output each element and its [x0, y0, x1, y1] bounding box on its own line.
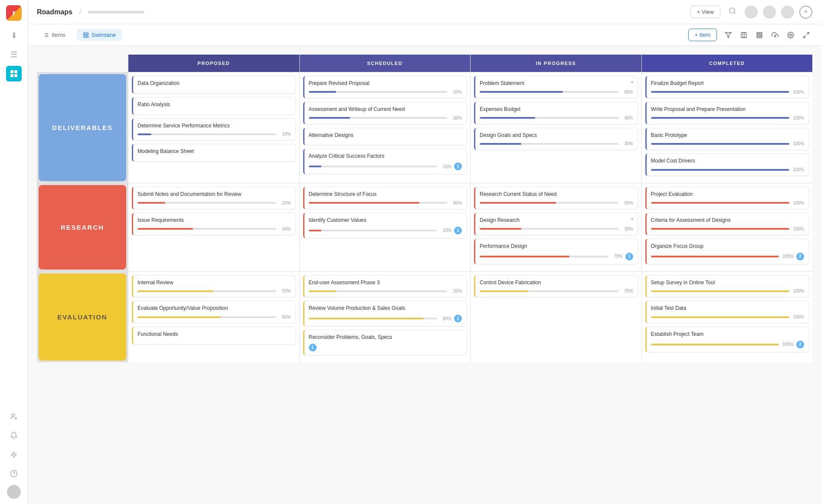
task-card[interactable]: Design Research▾30% — [474, 213, 638, 235]
sidebar-icon-bell[interactable] — [6, 428, 22, 443]
view-button[interactable]: + View — [690, 6, 720, 18]
topbar-avatar-2[interactable] — [763, 6, 776, 19]
progress-label: 100% — [792, 315, 804, 319]
swimlane-cell-research-proposed: Submit Notes and Documentation for Revie… — [128, 183, 299, 271]
progress-bar — [651, 91, 790, 93]
subtoolbar: Items Swimlane + Item — [28, 24, 821, 46]
upload-icon[interactable] — [769, 29, 781, 41]
filter-icon[interactable] — [722, 29, 734, 41]
task-name: Design Research — [480, 217, 520, 224]
topbar: Roadmaps / + View + — [28, 0, 821, 24]
task-card[interactable]: Internal Review55% — [132, 275, 296, 298]
task-card[interactable]: Problem Statement▾60% — [474, 76, 638, 98]
task-card[interactable]: Basic Prototype100% — [645, 128, 809, 150]
progress-bar — [309, 91, 448, 93]
task-card[interactable]: Design Goals and Specs30% — [474, 128, 638, 150]
progress-label: 100% — [792, 141, 804, 146]
progress-label: 100% — [792, 201, 804, 205]
task-card[interactable]: Alternative Designs — [303, 128, 467, 146]
task-card[interactable]: Analyze Critical Success Factors10%1 — [303, 149, 467, 174]
sidebar-icon-download[interactable]: ⬇ — [6, 28, 22, 43]
task-card[interactable]: End-user Assessment Phase 320% — [303, 275, 467, 298]
swimlane-cell-evaluation-completed: Setup Survey in Online Tool100%Initial T… — [642, 272, 813, 362]
task-name: Finalize Budget Report — [651, 80, 704, 87]
task-card[interactable]: Reconsider Problems, Goals, Specs1 — [303, 330, 467, 355]
task-card[interactable]: Model Cost Drivers100% — [645, 153, 809, 176]
task-name: Write Proposal and Prepare Presentation — [651, 106, 746, 113]
board-container: PROPOSEDSCHEDULEDIN PROGRESSCOMPLETEDDEL… — [28, 46, 821, 504]
task-card[interactable]: Ratio Analysis — [132, 97, 296, 115]
svg-rect-2 — [10, 74, 13, 77]
task-card[interactable]: Expenses Budget40% — [474, 102, 638, 124]
progress-bar — [480, 91, 618, 93]
task-card[interactable]: Determine Service Performance Metrics10% — [132, 118, 296, 141]
row-label-research: RESEARCH — [37, 183, 128, 271]
task-name: Performance Design — [480, 243, 527, 250]
task-name: Issue Requirements — [137, 217, 184, 224]
sidebar-icon-board[interactable] — [6, 66, 22, 81]
task-card[interactable]: Prepare Revised Proposal20% — [303, 76, 467, 98]
progress-label: 90% — [439, 316, 451, 321]
task-card[interactable]: Submit Notes and Documentation for Revie… — [132, 187, 296, 209]
task-card[interactable]: Evaluate Opportunity/Value Proposition60… — [132, 301, 296, 323]
task-badge: 1 — [454, 315, 462, 322]
task-card[interactable]: Write Proposal and Prepare Presentation1… — [645, 102, 809, 124]
task-card[interactable]: Project Evaluation100% — [645, 187, 809, 209]
progress-bar — [651, 117, 790, 119]
progress-label: 40% — [279, 227, 291, 231]
dropdown-icon[interactable]: ▾ — [631, 80, 633, 85]
settings-icon[interactable] — [785, 29, 797, 41]
task-card[interactable]: Issue Requirements40% — [132, 213, 296, 235]
sidebar-icon-help[interactable] — [6, 466, 22, 481]
task-card[interactable]: Functional Needs — [132, 327, 296, 345]
tab-swimlane[interactable]: Swimlane — [77, 29, 122, 41]
progress-bar — [137, 290, 276, 292]
task-name: Prepare Revised Proposal — [309, 80, 370, 87]
add-member-button[interactable]: + — [799, 6, 812, 19]
task-card[interactable]: Establish Project Team100%2 — [645, 327, 809, 352]
task-card[interactable]: Setup Survey in Online Tool100% — [645, 275, 809, 298]
group-icon[interactable] — [753, 29, 765, 41]
task-card[interactable]: Determine Structure of Focus80% — [303, 187, 467, 209]
corner-cell — [37, 55, 128, 72]
task-card[interactable]: Finalize Budget Report100% — [645, 76, 809, 98]
progress-label: 100% — [792, 90, 804, 94]
progress-label: 70% — [611, 254, 623, 259]
dropdown-icon[interactable]: ▾ — [631, 217, 633, 221]
task-card[interactable]: Criteria for Assessment of Designs100% — [645, 213, 809, 235]
sidebar-icon-list[interactable]: ☰ — [6, 47, 22, 62]
svg-line-32 — [804, 36, 806, 38]
progress-bar — [137, 228, 276, 230]
svg-rect-18 — [84, 33, 85, 34]
task-card[interactable]: Performance Design70%1 — [474, 239, 638, 264]
row-label-evaluation: EVALUATION — [37, 272, 128, 362]
task-card[interactable]: Identify Customer Values10%1 — [303, 213, 467, 238]
sidebar-icon-flash[interactable] — [6, 447, 22, 462]
task-card[interactable]: Control Device Fabrication35% — [474, 275, 638, 298]
task-card[interactable]: Research Current Status of Need55% — [474, 187, 638, 209]
sidebar-icon-person-add[interactable] — [6, 409, 22, 424]
task-card[interactable]: Data Organization — [132, 76, 296, 94]
add-item-button[interactable]: + Item — [688, 29, 717, 41]
tab-items[interactable]: Items — [37, 29, 72, 41]
progress-bar — [309, 117, 448, 119]
topbar-avatar-3[interactable] — [781, 6, 794, 19]
task-card[interactable]: Assessment and Writeup of Current Need30… — [303, 102, 467, 124]
progress-bar — [137, 133, 276, 135]
fullscreen-icon[interactable] — [800, 29, 812, 41]
progress-label: 40% — [621, 116, 633, 120]
progress-bar — [651, 143, 790, 145]
svg-rect-26 — [757, 33, 762, 34]
user-avatar[interactable] — [7, 485, 21, 499]
task-card[interactable]: Organize Focus Group100%2 — [645, 239, 809, 264]
progress-bar — [137, 202, 276, 204]
topbar-avatar-1[interactable] — [745, 6, 758, 19]
task-card[interactable]: Modeling Balance Sheet — [132, 144, 296, 162]
svg-rect-21 — [86, 36, 88, 37]
task-name: Ratio Analysis — [137, 101, 170, 108]
columns-icon[interactable] — [738, 29, 750, 41]
search-button[interactable] — [726, 5, 739, 19]
task-card[interactable]: Initial Test Data100% — [645, 301, 809, 323]
task-card[interactable]: Review Volume Production & Sales Goals90… — [303, 301, 467, 326]
progress-bar — [309, 318, 437, 319]
